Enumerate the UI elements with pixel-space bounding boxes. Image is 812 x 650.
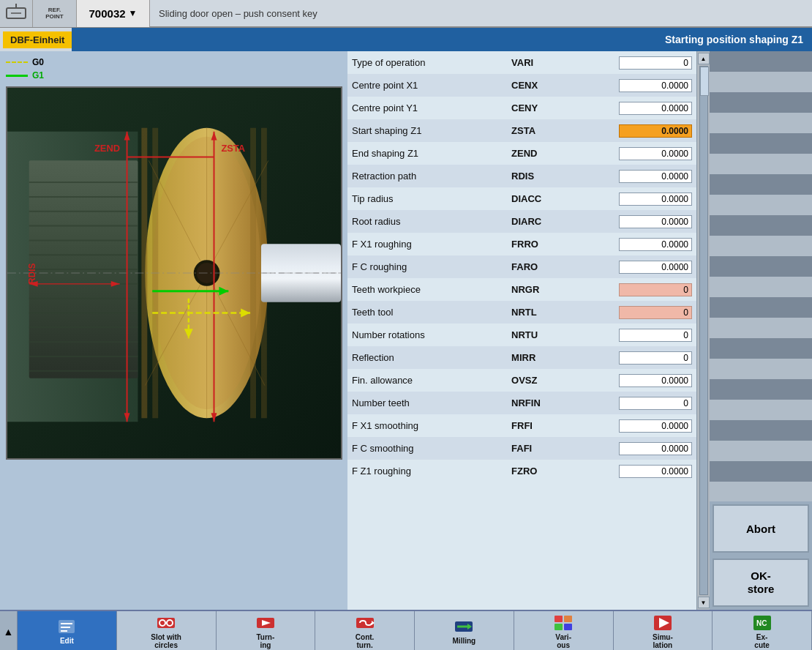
bottom-btn-various[interactable]: Vari-ous [514,611,614,650]
param-row-ceny: Centre point Y1 CENY [347,97,696,119]
scroll-left-btn[interactable]: ▲ [0,611,18,650]
dbf-label: DBF-Einheit [3,31,72,48]
bottom-btn-execute[interactable]: NC Ex-cute [713,611,812,650]
machine-number: 700032 ▼ [77,0,150,27]
param-input-diarc[interactable] [619,215,692,228]
param-value-nrfin[interactable] [576,392,696,414]
param-value-zsta[interactable] [576,119,696,142]
scroll-track [699,66,708,595]
param-label-nrgr: Teeth workpiece [347,278,507,301]
bottom-btn-edit[interactable]: Edit [18,611,117,650]
param-value-nrtl[interactable] [576,301,696,324]
param-row-nrtl: Teeth tool NRTL [347,301,696,324]
param-value-vari[interactable] [576,51,696,74]
svg-text:RDIS: RDIS [27,263,37,283]
param-input-zend[interactable] [619,147,692,160]
param-value-nrgr[interactable] [576,278,696,301]
param-code-faro: FARO [507,255,576,278]
param-code-cenx: CENX [507,74,576,97]
param-label-fafi: F C smoothing [347,437,507,460]
param-value-frfi[interactable] [576,414,696,437]
cont-turn-btn-label: Cont.turn. [356,633,375,649]
milling-icon [454,618,474,635]
various-btn-label: Vari-ous [555,633,571,649]
param-row-zsta: Start shaping Z1 ZSTA [347,119,696,142]
legend-g0: G0 [6,57,342,67]
param-row-diacc: Tip radius DIACC [347,187,696,210]
turning-btn-label: Turn-ing [256,633,274,649]
param-value-zend[interactable] [576,142,696,165]
param-value-diarc[interactable] [576,210,696,233]
param-input-nrfin[interactable] [619,397,692,410]
params-table: Type of operation VARI Centre point X1 C… [347,51,696,482]
param-code-vari: VARI [507,51,576,74]
param-code-nrfin: NRFIN [507,392,576,414]
scroll-thumb[interactable] [700,67,709,96]
legend: G0 G1 [6,57,342,81]
cont-turn-icon [355,614,375,632]
workpiece-image: RDIS ZEND ZSTA [6,86,342,460]
ok-store-label: OK-store [748,569,775,596]
param-value-ovsz[interactable] [576,369,696,392]
param-row-frfi: F X1 smoothing FRFI [347,414,696,437]
svg-rect-66 [555,616,563,622]
param-code-nrtl: NRTL [507,301,576,324]
params-area: Type of operation VARI Centre point X1 C… [347,51,696,610]
bottom-btn-milling[interactable]: Milling [415,611,514,650]
param-input-nrgr[interactable] [619,283,692,296]
param-input-diacc[interactable] [619,193,692,206]
param-input-frro[interactable] [619,238,692,251]
param-row-diarc: Root radius DIARC [347,210,696,233]
param-code-zsta: ZSTA [507,119,576,142]
param-input-rdis[interactable] [619,170,692,183]
param-value-fafi[interactable] [576,437,696,460]
execute-icon: NC [752,614,772,632]
param-label-zsta: Start shaping Z1 [347,119,507,142]
param-input-nrtu[interactable] [619,329,692,342]
param-value-diacc[interactable] [576,187,696,210]
ok-store-button[interactable]: OK-store [713,559,809,607]
param-label-nrtu: Number rotations [347,324,507,346]
param-value-faro[interactable] [576,255,696,278]
param-value-rdis[interactable] [576,165,696,187]
param-value-frro[interactable] [576,233,696,255]
param-code-zend: ZEND [507,142,576,165]
param-code-rdis: RDIS [507,165,576,187]
param-input-fzro[interactable] [619,465,692,478]
header-row: DBF-Einheit Starting position shaping Z1 [0,28,812,51]
g0-label: G0 [32,57,44,67]
param-input-vari[interactable] [619,56,692,70]
bottom-btn-cont-turn[interactable]: Cont.turn. [315,611,415,650]
scroll-down-btn[interactable]: ▼ [698,597,710,608]
param-code-nrgr: NRGR [507,278,576,301]
param-row-nrfin: Number teeth NRFIN [347,392,696,414]
svg-text:ZSTA: ZSTA [221,143,245,154]
param-row-mirr: Reflection MIRR [347,346,696,369]
param-input-zsta[interactable] [619,124,692,138]
param-input-frfi[interactable] [619,419,692,433]
bottom-btn-turning[interactable]: Turn-ing [217,611,316,650]
simulation-icon [653,614,673,632]
scroll-up-btn[interactable]: ▲ [698,53,710,64]
param-value-ceny[interactable] [576,97,696,119]
scrollbar[interactable]: ▲ ▼ [696,51,710,610]
param-value-fzro[interactable] [576,460,696,482]
param-value-mirr[interactable] [576,346,696,369]
param-row-vari: Type of operation VARI [347,51,696,74]
bottom-btn-simulation[interactable]: Simu-lation [614,611,713,650]
param-input-ovsz[interactable] [619,374,692,387]
param-label-frro: F X1 roughing [347,233,507,255]
param-value-cenx[interactable] [576,74,696,97]
param-row-fzro: F Z1 roughing FZRO [347,460,696,482]
param-input-mirr[interactable] [619,351,692,365]
param-value-nrtu[interactable] [576,324,696,346]
bottom-btn-slot-circles[interactable]: Slot withcircles [117,611,217,650]
param-input-faro[interactable] [619,261,692,274]
param-input-nrtl[interactable] [619,306,692,319]
param-input-fafi[interactable] [619,442,692,455]
param-row-nrtu: Number rotations NRTU [347,324,696,346]
param-input-ceny[interactable] [619,102,692,115]
abort-button[interactable]: Abort [713,504,809,553]
top-bar: REF.POINT 700032 ▼ Sliding door open – p… [0,0,812,28]
param-input-cenx[interactable] [619,79,692,92]
